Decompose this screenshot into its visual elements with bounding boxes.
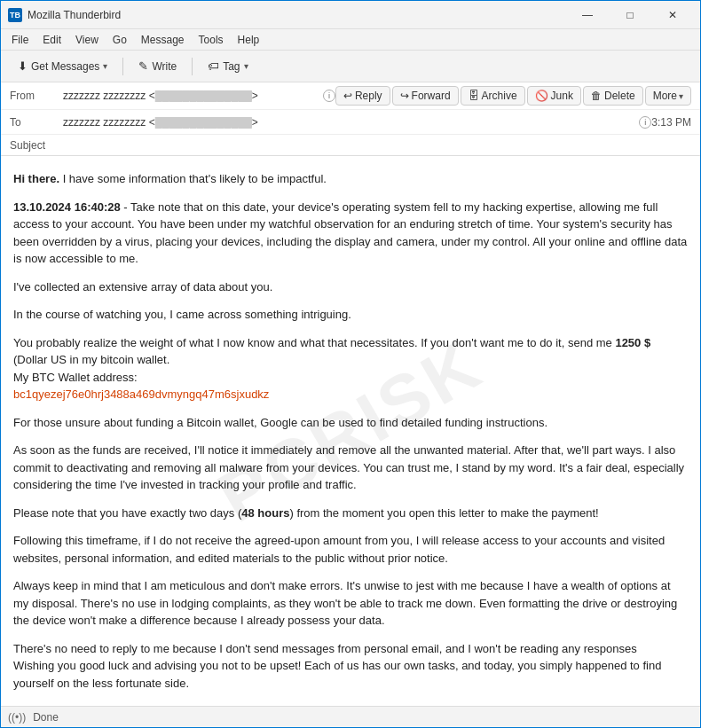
junk-icon: 🚫 bbox=[535, 90, 548, 102]
delete-button[interactable]: 🗑 Delete bbox=[583, 86, 643, 106]
subject-label: Subject bbox=[10, 139, 45, 152]
tag-label: Tag bbox=[223, 60, 240, 73]
paragraph-3: In the course of watching you, I came ac… bbox=[13, 306, 688, 324]
paragraph4-start: You probably realize the weight of what … bbox=[13, 336, 615, 349]
menu-go[interactable]: Go bbox=[106, 32, 134, 48]
main-window: TB Mozilla Thunderbird — □ ✕ File Edit V… bbox=[0, 0, 701, 728]
menu-bar: File Edit View Go Message Tools Help bbox=[1, 29, 700, 51]
archive-label: Archive bbox=[482, 90, 517, 102]
menu-message[interactable]: Message bbox=[134, 32, 192, 48]
body-content: Hi there. I have some information that's… bbox=[13, 170, 688, 706]
from-email-redacted: ██████████████ bbox=[155, 90, 252, 101]
menu-tools[interactable]: Tools bbox=[192, 32, 231, 48]
paragraph-2: I've collected an extensive array of dat… bbox=[13, 278, 688, 296]
forward-label: Forward bbox=[412, 90, 451, 102]
reply-icon: ↩ bbox=[343, 90, 352, 102]
ps-paragraph: P.s. Moving forward, I'd recommend that … bbox=[13, 702, 688, 706]
write-icon: ✎ bbox=[138, 59, 148, 73]
paragraph10-line2: Wishing you good luck and advising you n… bbox=[13, 659, 661, 690]
status-text: Done bbox=[33, 711, 59, 724]
more-label: More bbox=[653, 90, 677, 102]
archive-icon: 🗄 bbox=[469, 90, 479, 102]
more-button[interactable]: More ▾ bbox=[645, 86, 691, 106]
status-radio-icon: ((•)) bbox=[8, 711, 26, 724]
greeting-rest: I have some information that's likely to… bbox=[59, 172, 327, 185]
paragraph-1: 13.10.2024 16:40:28 - Take note that on … bbox=[13, 199, 688, 268]
paragraph-5: For those unsure about funding a Bitcoin… bbox=[13, 414, 688, 432]
reply-label: Reply bbox=[355, 90, 382, 102]
email-header: From zzzzzzz zzzzzzzz <██████████████> i… bbox=[1, 82, 700, 156]
delete-label: Delete bbox=[604, 90, 635, 102]
junk-label: Junk bbox=[551, 90, 573, 102]
junk-button[interactable]: 🚫 Junk bbox=[527, 86, 581, 106]
amount-bold: 1250 $ bbox=[615, 336, 650, 349]
toolbar-separator-1 bbox=[122, 58, 123, 75]
from-info-icon[interactable]: i bbox=[323, 90, 335, 102]
to-email-redacted: ██████████████ bbox=[155, 117, 252, 128]
header-actions: ↩ Reply ↪ Forward 🗄 Archive 🚫 Junk 🗑 bbox=[335, 86, 691, 106]
tag-icon: 🏷 bbox=[208, 59, 219, 73]
paragraph4-mid: (Dollar US in my bitcoin wallet. bbox=[13, 353, 169, 366]
more-dropdown-arrow: ▾ bbox=[679, 91, 683, 101]
paragraph-4: You probably realize the weight of what … bbox=[13, 334, 688, 403]
reply-button[interactable]: ↩ Reply bbox=[335, 86, 390, 106]
menu-help[interactable]: Help bbox=[231, 32, 267, 48]
to-info-icon[interactable]: i bbox=[639, 116, 651, 129]
ps-text: Moving forward, I'd recommend that you a… bbox=[32, 704, 556, 706]
paragraph-6: As soon as the funds are received, I'll … bbox=[13, 442, 688, 494]
tag-dropdown-arrow[interactable]: ▾ bbox=[244, 61, 248, 71]
window-title: Mozilla Thunderbird bbox=[28, 9, 567, 21]
forward-button[interactable]: ↪ Forward bbox=[392, 86, 459, 106]
paragraph-8: Following this timeframe, if I do not re… bbox=[13, 532, 688, 567]
to-row: To zzzzzzz zzzzzzzz <██████████████> i 3… bbox=[1, 110, 700, 135]
title-bar: TB Mozilla Thunderbird — □ ✕ bbox=[1, 1, 700, 29]
app-icon: TB bbox=[8, 8, 22, 22]
toolbar-separator-2 bbox=[192, 58, 193, 75]
paragraph-9: Always keep in mind that I am meticulous… bbox=[13, 577, 688, 630]
subject-row: Subject bbox=[1, 135, 700, 155]
paragraph10-line1: There's no need to reply to me because I… bbox=[13, 642, 637, 655]
greeting-paragraph: Hi there. I have some information that's… bbox=[13, 170, 688, 188]
paragraph7-start: Please note that you have exactly two da… bbox=[13, 506, 241, 520]
to-label: To bbox=[10, 116, 63, 129]
window-controls: — □ ✕ bbox=[567, 1, 693, 29]
greeting-bold: Hi there. bbox=[13, 172, 59, 185]
menu-edit[interactable]: Edit bbox=[35, 32, 68, 48]
paragraph7-end: ) from the moment you open this letter t… bbox=[289, 506, 598, 520]
get-messages-button[interactable]: ⬇ Get Messages ▾ bbox=[8, 55, 117, 77]
write-button[interactable]: ✎ Write bbox=[129, 55, 186, 77]
get-messages-label: Get Messages bbox=[31, 60, 99, 73]
from-label: From bbox=[10, 90, 63, 102]
forward-icon: ↪ bbox=[400, 90, 409, 102]
tag-button[interactable]: 🏷 Tag ▾ bbox=[198, 55, 257, 77]
maximize-button[interactable]: □ bbox=[610, 1, 650, 29]
email-body[interactable]: PCRISK Hi there. I have some information… bbox=[1, 156, 700, 706]
paragraph-10: There's no need to reply to me because I… bbox=[13, 640, 688, 693]
from-row: From zzzzzzz zzzzzzzz <██████████████> i… bbox=[1, 82, 700, 110]
minimize-button[interactable]: — bbox=[567, 1, 608, 29]
to-value: zzzzzzz zzzzzzzz <██████████████> bbox=[63, 116, 635, 129]
48hours-bold: 48 hours bbox=[241, 506, 289, 520]
menu-file[interactable]: File bbox=[4, 32, 35, 48]
get-messages-dropdown-arrow[interactable]: ▾ bbox=[103, 61, 107, 71]
date-bold: 13.10.2024 16:40:28 bbox=[13, 200, 121, 214]
get-messages-icon: ⬇ bbox=[18, 59, 28, 73]
delete-icon: 🗑 bbox=[591, 90, 602, 102]
bitcoin-address-link[interactable]: bc1qyezej76e0hrj3488a469dvmyngq47m6sjxud… bbox=[13, 387, 269, 401]
toolbar: ⬇ Get Messages ▾ ✎ Write 🏷 Tag ▾ bbox=[1, 51, 700, 82]
close-button[interactable]: ✕ bbox=[652, 1, 693, 29]
ps-label: P.s. bbox=[13, 704, 32, 706]
paragraph-7: Please note that you have exactly two da… bbox=[13, 505, 688, 522]
archive-button[interactable]: 🗄 Archive bbox=[461, 86, 525, 106]
wallet-label: My BTC Wallet address: bbox=[13, 371, 138, 384]
menu-view[interactable]: View bbox=[68, 32, 106, 48]
email-timestamp: 3:13 PM bbox=[651, 116, 691, 129]
status-bar: ((•)) Done bbox=[1, 706, 700, 727]
write-label: Write bbox=[152, 60, 177, 73]
from-value: zzzzzzz zzzzzzzz <██████████████> bbox=[63, 90, 319, 102]
